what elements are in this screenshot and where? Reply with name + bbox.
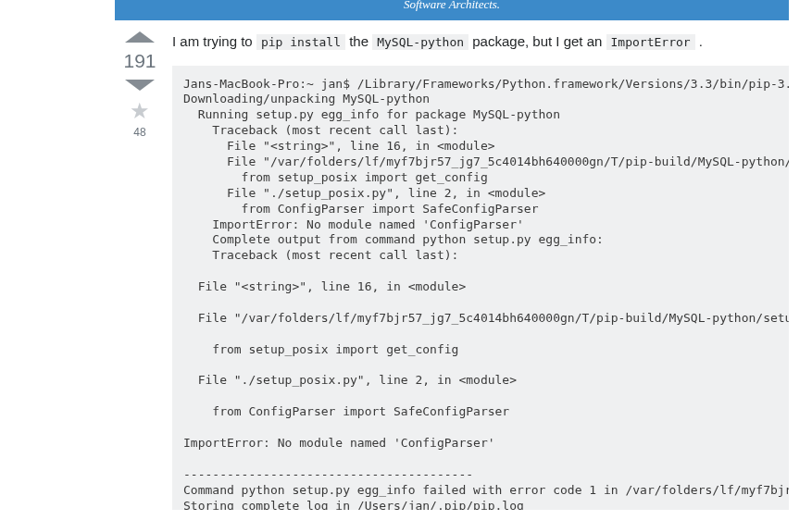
inline-code-importerror: ImportError [606,34,695,50]
prose-text: the [349,33,372,49]
vote-score: 191 [119,50,161,72]
downvote-icon[interactable] [125,80,155,91]
prose-text: . [699,33,703,49]
vote-cell: 191 ★ 48 [119,31,161,520]
upvote-icon[interactable] [125,31,155,43]
favorite-count: 48 [119,126,161,139]
ad-banner[interactable]: Software Architects. [115,0,789,20]
prose-text: package, but I get an [472,33,606,49]
post-body: I am trying to pip install the MySQL-pyt… [161,31,812,520]
prose-text: I am trying to [172,33,256,49]
inline-code-pip-install: pip install [256,34,345,50]
question-text: I am trying to pip install the MySQL-pyt… [172,31,789,53]
terminal-output-block[interactable]: Jans-MacBook-Pro:~ jan$ /Library/Framewo… [172,66,789,510]
favorite-star-icon[interactable]: ★ [119,100,161,122]
inline-code-mysql-python: MySQL-python [372,34,468,50]
ad-banner-text: Software Architects. [404,0,500,11]
